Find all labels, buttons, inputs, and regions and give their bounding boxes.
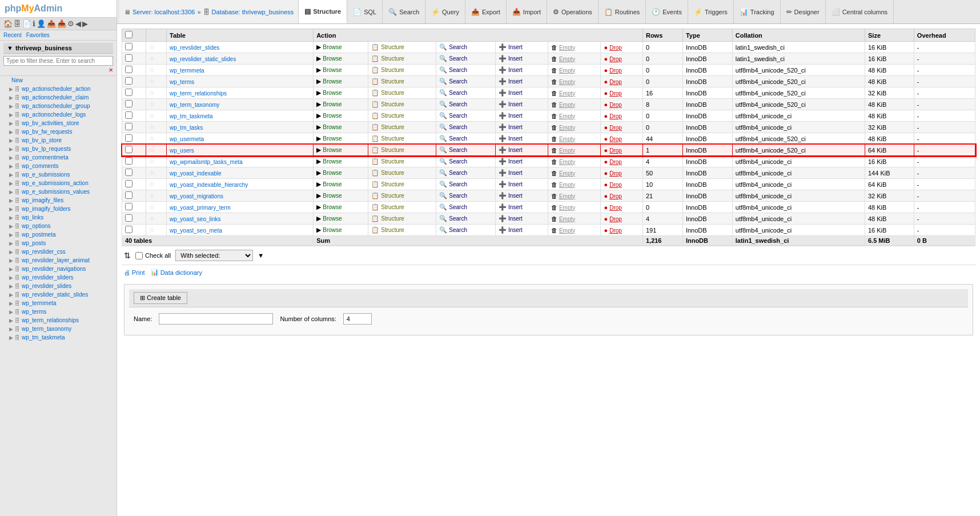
sql-icon[interactable]: 📄 xyxy=(22,19,31,28)
search-link[interactable]: Search xyxy=(449,135,467,142)
sidebar-item-wp_revslider_css[interactable]: ▶🗄wp_revslider_css xyxy=(0,247,117,256)
tab-operations[interactable]: ⚙Operations xyxy=(547,0,599,23)
empty-link[interactable]: Empty xyxy=(559,193,575,199)
row-checkbox[interactable] xyxy=(125,100,132,107)
tab-events[interactable]: 🕐Events xyxy=(646,0,688,23)
table-name-link[interactable]: wp_yoast_migrations xyxy=(170,193,223,199)
sidebar-table-link[interactable]: wp_imagify_files xyxy=(22,197,63,203)
sidebar-table-link[interactable]: wp_terms xyxy=(22,309,46,315)
sidebar-item-wp_revslider_static_slides[interactable]: ▶🗄wp_revslider_static_slides xyxy=(0,290,117,299)
drop-link[interactable]: Drop xyxy=(609,216,622,222)
star-icon[interactable]: ☆ xyxy=(149,123,155,130)
browse-link[interactable]: Browse xyxy=(323,67,342,73)
tab-routines[interactable]: 📋Routines xyxy=(599,0,646,23)
row-checkbox[interactable] xyxy=(125,77,132,85)
sidebar-table-link[interactable]: wp_posts xyxy=(22,240,46,246)
search-link[interactable]: Search xyxy=(449,67,467,73)
empty-link[interactable]: Empty xyxy=(559,147,575,154)
structure-link[interactable]: Structure xyxy=(381,193,404,199)
empty-link[interactable]: Empty xyxy=(559,227,575,234)
sidebar-table-link[interactable]: wp_term_relationships xyxy=(22,317,79,323)
server-link[interactable]: Server: localhost:3306 xyxy=(132,9,195,15)
empty-link[interactable]: Empty xyxy=(559,216,575,222)
table-name-link[interactable]: wp_termmeta xyxy=(170,67,204,74)
export-icon[interactable]: 📤 xyxy=(47,19,56,28)
browse-link[interactable]: Browse xyxy=(323,193,342,199)
table-name-link[interactable]: wp_yoast_seo_meta xyxy=(170,227,222,234)
structure-link[interactable]: Structure xyxy=(381,78,404,85)
sidebar-table-link[interactable]: wp_bv_fw_requests xyxy=(22,129,72,135)
drop-link[interactable]: Drop xyxy=(609,45,622,51)
sidebar-item-wp_bv_activities_store[interactable]: ▶🗄wp_bv_activities_store xyxy=(0,119,117,127)
tab-triggers[interactable]: ⚡Triggers xyxy=(688,0,734,23)
star-icon[interactable]: ☆ xyxy=(149,146,155,153)
browse-link[interactable]: Browse xyxy=(323,55,342,62)
sidebar-table-link[interactable]: wp_bv_activities_store xyxy=(22,120,79,126)
status-icon[interactable]: ℹ xyxy=(33,19,35,28)
browse-link[interactable]: Browse xyxy=(323,181,342,187)
print-link[interactable]: 🖨 Print xyxy=(124,269,145,276)
import-icon[interactable]: 📥 xyxy=(57,19,66,28)
sidebar-item-wp_terms[interactable]: ▶🗄wp_terms xyxy=(0,307,117,316)
sidebar-item-wp_e_submissions[interactable]: ▶🗄wp_e_submissions xyxy=(0,170,117,179)
insert-link[interactable]: Insert xyxy=(508,67,523,73)
search-link[interactable]: Search xyxy=(449,113,467,119)
row-checkbox[interactable] xyxy=(125,89,132,96)
tab-structure[interactable]: ▤Structure xyxy=(299,0,347,23)
search-link[interactable]: Search xyxy=(449,215,467,222)
sidebar-table-link[interactable]: wp_actionscheduler_group xyxy=(22,103,90,109)
structure-link[interactable]: Structure xyxy=(381,227,404,233)
tab-export[interactable]: 📤Export xyxy=(465,0,507,23)
sidebar-table-link[interactable]: wp_revslider_css xyxy=(22,249,66,255)
sidebar-table-link[interactable]: wp_actionscheduler_claim xyxy=(22,94,89,101)
star-icon[interactable]: ☆ xyxy=(149,55,155,62)
table-name-link[interactable]: wp_yoast_indexable_hierarchy xyxy=(170,182,248,188)
drop-link[interactable]: Drop xyxy=(609,205,622,211)
structure-link[interactable]: Structure xyxy=(381,44,404,50)
drop-link[interactable]: Drop xyxy=(609,56,622,62)
user-icon[interactable]: 👤 xyxy=(37,19,46,28)
db-expand-icon[interactable]: ▼ xyxy=(7,45,13,51)
browse-link[interactable]: Browse xyxy=(323,204,342,210)
search-link[interactable]: Search xyxy=(449,124,467,130)
star-icon[interactable]: ☆ xyxy=(149,101,155,107)
sidebar-item-wp_tm_taskmeta[interactable]: ▶🗄wp_tm_taskmeta xyxy=(0,333,117,342)
sidebar-item-wp_commentmeta[interactable]: ▶🗄wp_commentmeta xyxy=(0,153,117,162)
empty-link[interactable]: Empty xyxy=(559,136,575,142)
settings-icon[interactable]: ⚙ xyxy=(67,19,74,28)
empty-link[interactable]: Empty xyxy=(559,45,575,51)
insert-link[interactable]: Insert xyxy=(508,101,523,107)
structure-link[interactable]: Structure xyxy=(381,158,404,165)
structure-link[interactable]: Structure xyxy=(381,135,404,142)
select-all-checkbox[interactable] xyxy=(125,31,132,38)
star-icon[interactable]: ☆ xyxy=(149,169,155,176)
sidebar-table-link[interactable]: wp_revslider_static_slides xyxy=(22,291,88,298)
create-table-button[interactable]: ⊞ Create table xyxy=(134,292,187,304)
drop-link[interactable]: Drop xyxy=(609,182,622,188)
structure-link[interactable]: Structure xyxy=(381,147,404,153)
drop-link[interactable]: Drop xyxy=(609,136,622,142)
empty-link[interactable]: Empty xyxy=(559,205,575,211)
sidebar-item-wp_revslider_layer_animat[interactable]: ▶🗄wp_revslider_layer_animat xyxy=(0,256,117,265)
recent-link[interactable]: Recent xyxy=(3,32,22,38)
search-link[interactable]: Search xyxy=(449,181,467,187)
favorites-link[interactable]: Favorites xyxy=(26,32,50,38)
star-icon[interactable]: ☆ xyxy=(149,78,155,85)
insert-link[interactable]: Insert xyxy=(508,124,523,130)
star-icon[interactable]: ☆ xyxy=(149,226,155,233)
insert-link[interactable]: Insert xyxy=(508,44,523,50)
structure-link[interactable]: Structure xyxy=(381,113,404,119)
search-link[interactable]: Search xyxy=(449,147,467,153)
sidebar-table-link[interactable]: wp_revslider_navigations xyxy=(22,266,86,272)
browse-link[interactable]: Browse xyxy=(323,147,342,153)
structure-link[interactable]: Structure xyxy=(381,170,404,176)
sidebar-table-link[interactable]: wp_options xyxy=(22,223,51,229)
tab-import[interactable]: 📥Import xyxy=(507,0,547,23)
drop-link[interactable]: Drop xyxy=(609,125,622,131)
sidebar-table-link[interactable]: wp_actionscheduler_logs xyxy=(22,111,86,118)
structure-link[interactable]: Structure xyxy=(381,124,404,130)
star-icon[interactable]: ☆ xyxy=(149,158,155,165)
insert-link[interactable]: Insert xyxy=(508,215,523,222)
browse-link[interactable]: Browse xyxy=(323,227,342,233)
table-name-link[interactable]: wp_term_taxonomy xyxy=(170,102,219,108)
